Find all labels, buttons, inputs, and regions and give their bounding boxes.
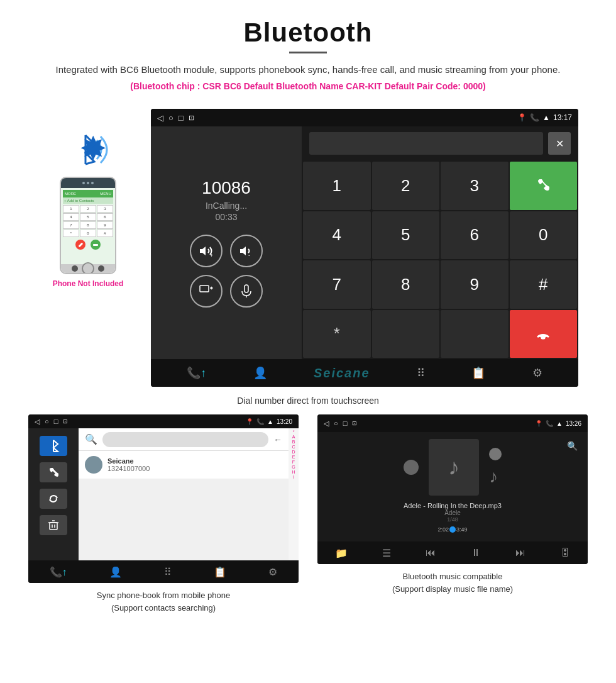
android-nav-bar: 📞↑ 👤 Seicane ⠿ 📋 ⚙ [151,359,578,387]
pb-nav-transfer[interactable]: 📋 [214,566,226,578]
artist-name: Adele [404,509,502,516]
phonebook-body: 🔍 ← Seicane 13241007000 * [28,428,299,560]
pb-back-button[interactable]: ← [273,435,282,445]
volume-down-button[interactable]: - [230,235,263,267]
backspace-button[interactable]: ✕ [548,132,571,155]
ms-home-icon: ○ [334,419,338,427]
svg-marker-4 [200,247,206,255]
bt-sidebar-button[interactable] [40,436,67,456]
dial-body: 10086 InCalling... 00:33 + - [151,126,578,359]
svg-rect-3 [93,244,98,246]
pb-nav-call[interactable]: 📞↑ [50,566,67,578]
music-nav-bar: 📁 ☰ ⏮ ⏸ ⏭ 🎛 [317,541,588,564]
key-hash[interactable]: # [510,260,578,309]
seicane-watermark: Seicane [314,366,370,380]
time-current: 2:02 [437,526,449,533]
nav-settings-icon[interactable]: ⚙ [532,366,542,380]
pb-contact-phone: 13241007000 [107,465,150,472]
song-name: Adele - Rolling In the Deep.mp3 [404,502,502,509]
phonebook-sidebar [28,428,79,560]
wifi-icon: ▲ [542,113,550,122]
music-list-icon[interactable]: ☰ [382,547,391,559]
pb-search-bar: 🔍 ← [79,428,289,451]
page-description: Integrated with BC6 Bluetooth module, su… [13,62,603,77]
music-folder-icon[interactable]: 📁 [335,547,348,559]
specs-line: (Bluetooth chip : CSR BC6 Default Blueto… [13,81,603,91]
music-search-icon[interactable]: 🔍 [567,441,578,451]
pb-nav-dialpad[interactable]: ⠿ [164,566,172,578]
svg-rect-15 [50,523,57,530]
call-end-button[interactable] [510,310,578,358]
phonebook-panel: ◁ ○ □ ⊡ 📍 📞 ▲ 13:20 [19,414,308,614]
number-display: ✕ [302,126,578,160]
pb-back-icon: ◁ [35,418,40,426]
key-5[interactable]: 5 [372,211,440,260]
pb-nav-settings[interactable]: ⚙ [268,566,277,578]
key-1[interactable]: 1 [303,162,371,210]
key-0[interactable]: 0 [510,211,578,260]
ms-back-icon: ◁ [324,419,329,428]
time-total: 3:49 [456,526,468,533]
dial-section: ✸ MORE MENU + Add to Contacts 123 [0,97,616,391]
album-art-area: ♪ ♪ [404,439,502,496]
nav-call-icon[interactable]: 📞↑ [187,366,206,380]
volume-up-button[interactable]: + [190,235,223,267]
status-left: ◁ ○ □ ⊡ [157,113,194,123]
page-header: Bluetooth Integrated with BC6 Bluetooth … [0,0,616,97]
call-sidebar-button[interactable] [40,462,67,482]
track-count: 1/48 [404,516,502,523]
music-caption: Bluetooth music compatible (Support disp… [392,570,513,595]
svg-rect-2 [78,242,83,247]
phonebook-caption: Sync phone-book from mobile phone (Suppo… [97,589,230,614]
svg-text:-: - [248,252,250,258]
sync-sidebar-button[interactable] [40,489,67,509]
call-timer: 00:33 [215,212,237,222]
back-icon: ◁ [157,113,163,123]
pb-search-input[interactable] [102,432,268,447]
key-3[interactable]: 3 [441,162,509,210]
key-extra2 [441,310,509,358]
pb-contact-avatar [85,456,102,474]
pb-contact-name: Seicane [107,457,150,465]
music-next-icon[interactable]: ⏭ [515,547,525,558]
key-extra [372,310,440,358]
key-4[interactable]: 4 [303,211,371,260]
nav-contact-icon[interactable]: 👤 [253,366,267,380]
call-controls: + - [190,235,263,308]
nav-transfer-icon[interactable]: 📋 [471,366,485,380]
time-display: 13:17 [553,113,572,122]
key-8[interactable]: 8 [372,260,440,309]
android-dial-screen: ◁ ○ □ ⊡ 📍 📞 ▲ 13:17 10086 InCalling... 0… [151,109,578,387]
progress-row: 2:02 3:49 [431,526,473,533]
music-info: Adele - Rolling In the Deep.mp3 Adele 1/… [404,502,502,523]
recents-icon: □ [179,113,184,123]
title-underline [289,52,327,53]
pb-contact-row[interactable]: Seicane 13241007000 [79,451,289,479]
pb-screenshot-icon: ⊡ [63,418,68,425]
key-star[interactable]: * [303,310,371,358]
music-panel: ◁ ○ □ ⊡ 📍 📞 ▲ 13:26 🔍 [308,414,597,614]
album-art-main: ♪ [429,439,479,496]
bottom-panels: ◁ ○ □ ⊡ 📍 📞 ▲ 13:20 [0,414,616,614]
call-accept-button[interactable] [510,162,578,210]
number-input-box [309,132,543,155]
key-7[interactable]: 7 [303,260,371,309]
pb-status-right: 📍 📞 ▲ 13:20 [246,418,292,425]
ms-recents-icon: □ [343,419,348,427]
dial-left-panel: 10086 InCalling... 00:33 + - [151,126,302,359]
delete-sidebar-button[interactable] [40,515,67,535]
transfer-call-button[interactable] [190,275,223,308]
key-2[interactable]: 2 [372,162,440,210]
phone-not-included-label: Phone Not Included [53,279,124,288]
nav-dialpad-icon[interactable]: ⠿ [417,366,425,380]
pb-wifi-icon: ▲ [267,418,273,425]
pb-search-icon[interactable]: 🔍 [85,433,97,445]
pb-nav-contact[interactable]: 👤 [109,566,122,578]
music-prev-icon[interactable]: ⏮ [426,547,436,558]
key-6[interactable]: 6 [441,211,509,260]
key-9[interactable]: 9 [441,260,509,309]
page-title: Bluetooth [13,18,603,48]
music-play-icon[interactable]: ⏸ [471,547,481,558]
mute-button[interactable] [230,275,263,308]
music-eq-icon[interactable]: 🎛 [560,547,570,558]
